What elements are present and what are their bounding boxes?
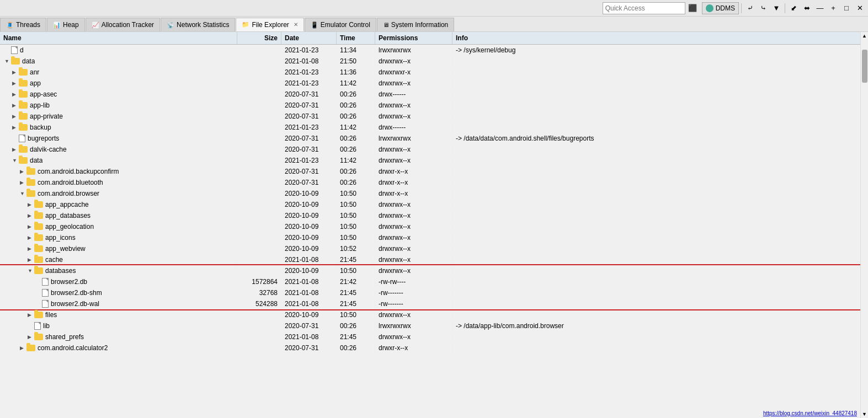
collapse-arrow[interactable] (28, 202, 34, 207)
table-row[interactable]: databases2020-10-0910:50drwxrwx--x (0, 265, 860, 276)
folder-icon (34, 201, 43, 208)
collapse-arrow[interactable] (28, 235, 34, 240)
tab-emulator[interactable]: 📱Emulator Control (305, 18, 376, 31)
table-row[interactable]: bugreports2020-07-3100:26lrwxrwxrwx-> /d… (0, 133, 860, 144)
folder-icon (34, 234, 43, 241)
folder-icon (19, 124, 28, 131)
table-row[interactable]: d2021-01-2311:34lrwxrwxrwx-> /sys/kernel… (0, 45, 860, 56)
table-row[interactable]: data2021-01-2311:42drwxrwx--x (0, 155, 860, 166)
file-size-cell (237, 226, 281, 228)
toolbar-btn-7[interactable]: + (827, 2, 839, 14)
collapse-arrow[interactable] (28, 213, 34, 218)
table-row[interactable]: com.android.backupconfirm2020-07-3100:26… (0, 166, 860, 177)
tab-allocation[interactable]: 📈Allocation Tracker (86, 18, 160, 31)
table-row[interactable]: app_webview2020-10-0910:52drwxrwx--x (0, 243, 860, 254)
file-time-cell: 11:34 (337, 45, 375, 55)
header-permissions: Permissions (375, 32, 452, 44)
expand-arrow[interactable] (4, 58, 11, 64)
table-row[interactable]: com.android.bluetooth2020-07-3100:26drwx… (0, 177, 860, 188)
collapse-arrow[interactable] (28, 257, 34, 262)
file-date-cell: 2020-07-31 (281, 144, 337, 154)
collapse-arrow[interactable] (12, 81, 19, 86)
table-row[interactable]: shared_prefs2021-01-0821:45drwxrwx--x (0, 331, 860, 342)
collapse-arrow[interactable] (12, 92, 19, 97)
table-row[interactable]: com.android.browser2020-10-0910:50drwxr-… (0, 188, 860, 199)
collapse-arrow[interactable] (28, 246, 34, 251)
red-box-group: databases2020-10-0910:50drwxrwx--xbrowse… (0, 265, 860, 309)
table-row[interactable]: app_geolocation2020-10-0910:50drwxrwx--x (0, 221, 860, 232)
table-row[interactable]: com.android.calculator22020-07-3100:26dr… (0, 342, 860, 353)
quick-access-input[interactable] (603, 2, 685, 14)
table-row[interactable]: app-lib2020-07-3100:26drwxrwx--x (0, 100, 860, 111)
table-row[interactable]: dalvik-cache2020-07-3100:26drwxrwx--x (0, 144, 860, 155)
expand-arrow[interactable] (12, 158, 19, 163)
collapse-arrow[interactable] (12, 114, 19, 119)
table-row[interactable]: app2021-01-2311:42drwxrwx--x (0, 78, 860, 89)
tab-threads[interactable]: 🧵Threads (0, 18, 46, 31)
file-time-cell: 10:50 (337, 233, 375, 243)
table-row[interactable]: browser2.db-shm327682021-01-0821:45-rw--… (0, 287, 860, 298)
file-time-cell: 10:50 (337, 211, 375, 221)
collapse-arrow[interactable] (20, 169, 26, 174)
collapse-arrow[interactable] (12, 125, 19, 130)
header-date: Date (281, 32, 337, 44)
expand-arrow[interactable] (20, 191, 26, 196)
table-row[interactable]: app-private2020-07-3100:26drwxrwx--x (0, 111, 860, 122)
file-info-cell (452, 270, 860, 272)
table-row[interactable]: lib2020-07-3100:26lrwxrwxrwx-> /data/app… (0, 320, 860, 331)
collapse-arrow[interactable] (28, 224, 34, 229)
ddms-button[interactable]: DDMS (702, 2, 739, 14)
table-row[interactable]: data2021-01-0821:50drwxrwx--x (0, 56, 860, 67)
tab-network[interactable]: 📡Network Statistics (161, 18, 235, 31)
toolbar-btn-9[interactable]: ✕ (854, 2, 866, 14)
tab-heap[interactable]: 📊Heap (47, 18, 85, 31)
scroll-thumb[interactable] (862, 50, 867, 83)
file-name-text: files (45, 311, 57, 319)
collapse-arrow[interactable] (28, 312, 34, 318)
toolbar-btn-2[interactable]: ⤷ (757, 2, 769, 14)
table-row[interactable]: app-asec2020-07-3100:26drwx------ (0, 89, 860, 100)
collapse-arrow[interactable] (12, 147, 19, 152)
table-row[interactable]: cache2021-01-0821:45drwxrwx--x (0, 254, 860, 265)
table-row[interactable]: backup2021-01-2311:42drwx------ (0, 122, 860, 133)
toolbar-btn-6[interactable]: — (814, 2, 826, 14)
scroll-up-arrow[interactable]: ▲ (862, 33, 867, 39)
collapse-arrow[interactable] (12, 69, 19, 75)
collapse-arrow[interactable] (20, 180, 26, 185)
table-row[interactable]: app_databases2020-10-0910:50drwxrwx--x (0, 210, 860, 221)
tab-file-explorer[interactable]: 📁File Explorer✕ (236, 18, 303, 31)
tab-close-file-explorer[interactable]: ✕ (294, 22, 298, 28)
collapse-arrow[interactable] (12, 103, 19, 108)
table-row[interactable]: anr2021-01-2311:36drwxrwxr-x (0, 67, 860, 78)
toolbar-btn-3[interactable]: ▼ (770, 2, 782, 14)
table-row[interactable]: browser2.db15728642021-01-0821:42-rw-rw-… (0, 276, 860, 287)
collapse-arrow[interactable] (28, 334, 34, 340)
scroll-down-arrow[interactable]: ▼ (862, 411, 867, 417)
file-info-cell (452, 215, 860, 217)
file-info-cell (452, 104, 860, 106)
toolbar-layout-btn[interactable]: ⬛ (686, 2, 699, 14)
file-time-cell: 21:42 (337, 277, 375, 287)
folder-icon (26, 168, 35, 175)
toolbar-btn-8[interactable]: □ (840, 2, 853, 14)
file-permissions-cell: drwxr-x--x (375, 343, 452, 353)
table-row[interactable]: files2020-10-0910:50drwxrwx--x (0, 309, 860, 320)
file-size-cell (237, 82, 281, 84)
file-info-cell (452, 347, 860, 349)
tab-icon-file-explorer: 📁 (242, 21, 249, 28)
file-date-cell: 2021-01-08 (281, 299, 337, 309)
table-row[interactable]: app_icons2020-10-0910:50drwxrwx--x (0, 232, 860, 243)
tab-sysinfo[interactable]: 🖥System Information (377, 18, 454, 31)
vertical-scrollbar[interactable]: ▲ ▼ (860, 32, 868, 418)
table-row[interactable]: app_appcache2020-10-0910:50drwxrwx--x (0, 199, 860, 210)
bottom-link[interactable]: https://blog.csdn.net/weixin_44827418 (763, 409, 857, 417)
toolbar-btn-1[interactable]: ⤶ (744, 2, 756, 14)
toolbar-btn-5[interactable]: ⬌ (801, 2, 813, 14)
file-date-cell: 2021-01-08 (281, 277, 337, 287)
file-time-cell: 00:26 (337, 167, 375, 176)
table-row[interactable]: browser2.db-wal5242882021-01-0821:45-rw-… (0, 298, 860, 309)
file-date-cell: 2020-10-09 (281, 222, 337, 232)
collapse-arrow[interactable] (20, 345, 26, 351)
toolbar-btn-4[interactable]: ⬋ (787, 2, 800, 14)
expand-arrow[interactable] (28, 268, 34, 274)
